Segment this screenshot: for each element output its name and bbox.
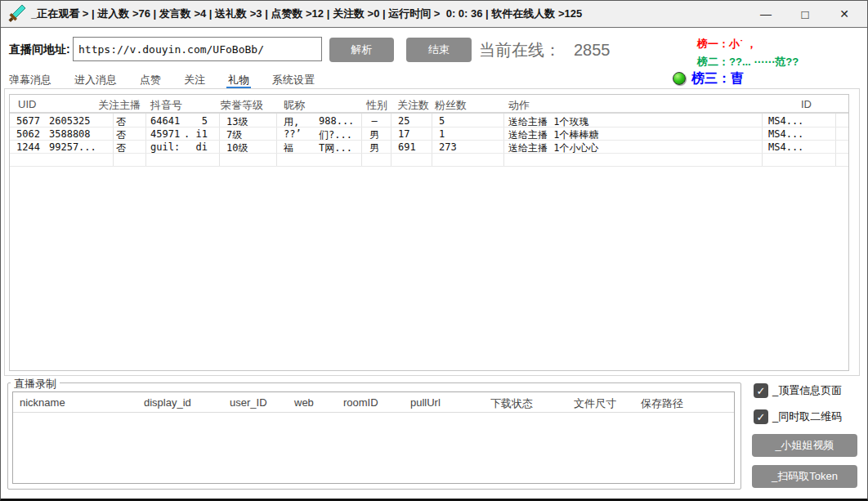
- rank2: 榜二：??... ⋯⋯范??: [697, 55, 799, 69]
- record-groupbox-title: 直播录制: [11, 377, 60, 391]
- qrcode-checkbox-row[interactable]: ✓ _同时取二维码: [754, 409, 842, 424]
- rank3-label: 榜三：: [691, 71, 731, 85]
- cell-follows: 691: [398, 141, 416, 153]
- cell-action: 送给主播 1个小心心: [508, 141, 598, 155]
- rec-col-web: web: [294, 396, 314, 409]
- window-controls: — □ ✕: [746, 1, 864, 27]
- sword-icon: [8, 4, 26, 24]
- qrcode-checkbox-label: _同时取二维码: [772, 409, 842, 424]
- cell-nick2: T网...: [319, 141, 352, 155]
- room-url-input[interactable]: [73, 37, 322, 61]
- col-gender: 性别: [366, 98, 387, 113]
- rec-col-user-id: user_ID: [230, 396, 267, 409]
- room-url-label: 直播间地址:: [9, 42, 70, 57]
- rank1-value: 小˙ ，: [729, 38, 757, 50]
- pin-info-checkbox-row[interactable]: ✓ _顶置信息页面: [754, 383, 842, 398]
- cell-uid2: 99257...: [49, 141, 96, 153]
- tab-bar: 弹幕消息 进入消息 点赞 关注 礼物 系统设置: [7, 73, 336, 89]
- col-fans: 粉丝数: [435, 98, 467, 113]
- rec-col-nickname: nickname: [20, 396, 65, 409]
- rank1-label: 榜一：: [697, 38, 729, 50]
- cell-level: 10级: [226, 141, 248, 155]
- cell-nick: ??’: [284, 128, 302, 140]
- gridline: [10, 166, 848, 167]
- maximize-button[interactable]: □: [785, 1, 825, 27]
- cell-fans: 1: [439, 128, 445, 140]
- app-window: _正在观看 > | 进入数 >76 | 发言数 >4 | 送礼数 >3 | 点赞…: [0, 0, 868, 501]
- online-count: 当前在线：2855: [479, 39, 611, 61]
- tab-like[interactable]: 点赞: [138, 73, 163, 89]
- cell-nick2: 988...: [319, 115, 354, 127]
- col-uid: UID: [18, 98, 36, 110]
- col-action: 动作: [508, 98, 530, 113]
- gift-table[interactable]: UID 关注主播 抖音号 荣誉等级 昵称 性别 关注数 粉丝数 动作 ID 56…: [9, 94, 849, 371]
- rec-col-roomid: roomID: [343, 396, 378, 409]
- minimize-button[interactable]: —: [746, 1, 785, 27]
- scan-token-button[interactable]: _扫码取Token: [752, 465, 857, 488]
- record-list[interactable]: nickname display_id user_ID web roomID p…: [12, 391, 735, 484]
- cell-follow: 否: [116, 141, 126, 155]
- titlebar-stats: _正在观看 > | 进入数 >76 | 发言数 >4 | 送礼数 >3 | 点赞…: [31, 7, 582, 21]
- cell-fans: 273: [439, 141, 457, 153]
- girl-video-button[interactable]: _小姐姐视频: [752, 434, 857, 457]
- gift-table-header: UID 关注主播 抖音号 荣誉等级 昵称 性别 关注数 粉丝数 动作 ID: [10, 95, 848, 114]
- col-follow: 关注主播: [98, 98, 141, 113]
- cell-fans: 5: [439, 115, 445, 127]
- table-row[interactable]: 1244 99257... 否 guil: di 10级 福 T网... 男 6…: [10, 141, 848, 154]
- cell-id: MS4...: [768, 115, 803, 127]
- close-button[interactable]: ✕: [825, 1, 864, 27]
- rank3-value: 曺: [731, 71, 744, 85]
- cell-gender: 男: [363, 141, 386, 155]
- cell-nick: 福: [284, 141, 293, 155]
- cell-uid2: 2605325: [49, 115, 91, 127]
- rec-col-download-status: 下载状态: [490, 396, 533, 411]
- record-list-header: nickname display_id user_ID web roomID p…: [13, 392, 734, 413]
- cell-follows: 17: [398, 128, 409, 140]
- col-nick: 昵称: [284, 98, 305, 113]
- cell-douyin2: 5: [173, 115, 208, 127]
- cell-douyin2: di: [173, 141, 208, 153]
- checkbox-checked-icon[interactable]: ✓: [754, 409, 768, 424]
- cell-follows: 25: [398, 115, 409, 127]
- rec-col-save-path: 保存路径: [641, 396, 683, 411]
- parse-button[interactable]: 解析: [329, 38, 394, 62]
- pin-info-checkbox-label: _顶置信息页面: [772, 383, 842, 398]
- rank2-value: ??... ⋯⋯范??: [729, 56, 799, 68]
- online-count-label: 当前在线：: [479, 41, 561, 59]
- cell-douyin2: . i1: [173, 128, 208, 140]
- cell-uid2: 3588808: [49, 128, 91, 140]
- cell-id: MS4...: [768, 141, 803, 153]
- tab-gift[interactable]: 礼物: [226, 73, 251, 89]
- col-level: 荣誉等级: [221, 98, 263, 113]
- col-douyin: 抖音号: [150, 98, 182, 113]
- table-row[interactable]: 5677 2605325 否 64641 5 13级 用, 988... – 2…: [10, 114, 848, 127]
- tab-enter[interactable]: 进入消息: [73, 73, 119, 89]
- col-follows: 关注数: [397, 98, 429, 113]
- title-bar: _正在观看 > | 进入数 >76 | 发言数 >4 | 送礼数 >3 | 点赞…: [1, 1, 867, 28]
- cell-id: MS4...: [768, 128, 803, 140]
- cell-uid: 5677: [16, 115, 40, 127]
- cell-uid: 1244: [16, 141, 40, 153]
- cell-gender: –: [363, 115, 386, 127]
- rec-col-pullurl: pullUrl: [410, 396, 441, 409]
- checkbox-checked-icon[interactable]: ✓: [754, 383, 768, 398]
- online-count-value: 2855: [574, 41, 611, 59]
- tab-settings[interactable]: 系统设置: [271, 73, 316, 89]
- end-button[interactable]: 结束: [406, 38, 472, 62]
- rank3: 榜三：曺: [691, 70, 744, 87]
- rank2-label: 榜二：: [697, 56, 729, 68]
- table-row[interactable]: 5062 3588808 否 45971 . i1 7级 ??’ 们?... 男…: [10, 127, 848, 141]
- rec-col-display-id: display_id: [144, 396, 191, 409]
- green-orb-icon: [673, 72, 686, 85]
- rank1: 榜一：小˙ ，: [697, 37, 757, 51]
- col-id: ID: [801, 98, 812, 110]
- rec-col-file-size: 文件尺寸: [574, 396, 616, 411]
- tab-danmu[interactable]: 弹幕消息: [7, 73, 53, 89]
- tab-follow[interactable]: 关注: [182, 73, 207, 89]
- cell-uid: 5062: [16, 128, 40, 140]
